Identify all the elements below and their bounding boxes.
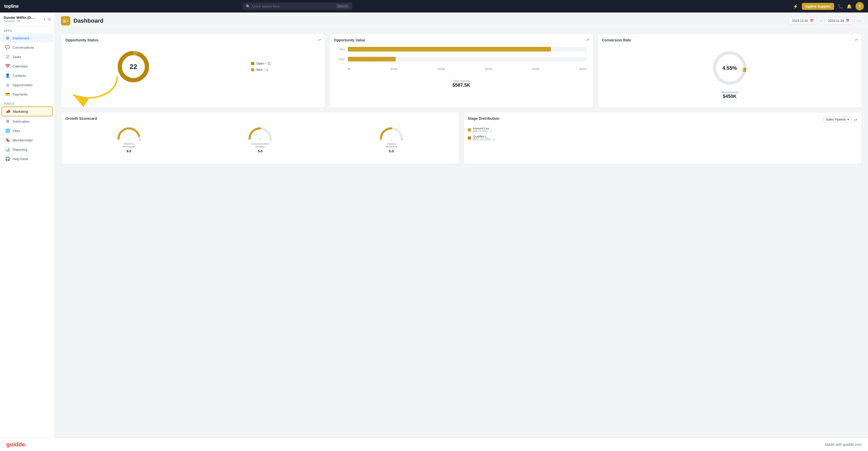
- sidebar-item-label: Calendars: [12, 64, 28, 68]
- stage-legend-text-inbound: Inbound Lea... $5K (4.76%) – 1: [473, 127, 492, 133]
- stage-name-qualified: Qualified t...: [473, 135, 495, 138]
- dashboard-header: ⊞ ▾ Dashboard 2023-12-30 📅 → 2024-01-29 …: [55, 12, 868, 29]
- date-end-picker[interactable]: 2024-01-29 📅: [825, 17, 853, 25]
- card-settings-icon[interactable]: ⇄: [855, 37, 858, 42]
- sidebar-item-helpdesk[interactable]: 🎧 Help Desk: [2, 154, 53, 163]
- more-options-icon[interactable]: ⋯: [857, 18, 862, 24]
- stage-legend-item-inbound: Inbound Lea... $5K (4.76%) – 1: [468, 127, 857, 133]
- grid-icon: ⊞: [63, 19, 66, 24]
- gauge-label-brand: Brand & Messaging: [119, 142, 140, 148]
- gauge-svg-organic: 0 10: [378, 126, 404, 141]
- search-bar[interactable]: 🔍 Ctrl + K: [243, 3, 352, 10]
- opportunity-status-body: 22 Open – 21 Won – 1: [65, 44, 321, 89]
- stage-header: Stage Distribution Sales Pipeline ▾ ⇄: [468, 117, 857, 123]
- bar-fill-won: [348, 47, 551, 52]
- guidde-footer: guidde. Made with guidde.com: [0, 438, 868, 451]
- support-button[interactable]: topline Support: [802, 3, 834, 10]
- conversion-rate-value: 4.55%: [722, 65, 737, 71]
- conversion-body: 4.55% Won revenue $450K: [602, 44, 857, 103]
- sidebar-item-contacts[interactable]: 👤 Contacts: [2, 71, 53, 80]
- apps-section-label: Apps: [0, 26, 55, 33]
- chevron-down-icon: ▾: [847, 118, 849, 121]
- sidebar-item-label: Automation: [12, 120, 30, 123]
- sidebar-item-label: Help Desk: [12, 157, 28, 161]
- workspace-selector[interactable]: Dunder Mifflin (D... Scranton, PA ▾ ⊟: [0, 12, 55, 26]
- payments-icon: 💳: [5, 92, 10, 97]
- workspace-location: Scranton, PA: [4, 20, 34, 23]
- legend-item-won: Won – 1: [251, 68, 271, 72]
- opportunity-value-card: Opportunity Value ⇄ Won Open: [329, 34, 593, 108]
- stage-value-qualified: $60K (14.29%) – 3: [473, 138, 495, 141]
- card-title: Stage Distribution: [468, 117, 499, 121]
- calendars-icon: 📅: [5, 64, 10, 68]
- x-label-0: $0: [348, 68, 351, 71]
- view-toggle-button[interactable]: ⊞ ▾: [61, 16, 70, 26]
- sidebar-item-calendars[interactable]: 📅 Calendars: [2, 62, 53, 71]
- won-revenue-label: Won revenue: [721, 91, 738, 94]
- sidebar-item-sites[interactable]: 🌐 Sites: [2, 126, 53, 135]
- navbar-right: ⚡ topline Support 📞 🔔 T: [793, 2, 864, 10]
- date-start-picker[interactable]: 2023-12-30 📅: [788, 17, 817, 25]
- main-content: ⊞ ▾ Dashboard 2023-12-30 📅 → 2024-01-29 …: [55, 12, 868, 438]
- gauge-value-organic: 5.0: [389, 149, 394, 153]
- bar-track-won: [348, 47, 587, 52]
- sidebar-item-automation[interactable]: ⚙ Automation: [2, 117, 53, 126]
- svg-text:0: 0: [391, 138, 392, 141]
- sites-icon: 🌐: [5, 128, 10, 133]
- svg-text:0: 0: [128, 138, 130, 141]
- sidebar-item-dashboard[interactable]: ⊞ Dashboard: [2, 34, 53, 42]
- stage-distribution-card: Stage Distribution Sales Pipeline ▾ ⇄ In…: [463, 112, 862, 164]
- stage-pipeline-dropdown[interactable]: Sales Pipeline ▾: [823, 117, 852, 123]
- sidebar-item-marketing[interactable]: 📣 Marketing: [2, 106, 53, 117]
- bar-row-won: Won: [336, 47, 587, 52]
- layout-icon[interactable]: ⊟: [48, 17, 51, 22]
- conversion-footer: Won revenue $450K: [721, 91, 738, 99]
- svg-text:0: 0: [259, 138, 261, 141]
- won-revenue-value: $450K: [721, 94, 738, 99]
- card-settings-icon[interactable]: ⇄: [586, 37, 590, 42]
- avatar[interactable]: T: [856, 2, 864, 10]
- sidebar-item-payments[interactable]: 💳 Payments: [2, 90, 53, 99]
- bar-track-open: [348, 57, 587, 61]
- gauge-communication-strategy: 0 10 Communication Strategy 5.0: [247, 126, 273, 153]
- calendar-icon: 📅: [810, 19, 813, 23]
- conversion-rate-card: Conversion Rate ⇄ 4.55% Won revenue $450…: [598, 34, 862, 108]
- growth-scorecard-card: Growth Scorecard 0 10 Brand & Messaging …: [61, 112, 459, 164]
- gauge-value-comm: 5.0: [258, 149, 262, 153]
- search-icon: 🔍: [246, 4, 250, 8]
- dashboard-icon: ⊞: [5, 36, 10, 40]
- bottom-cards-grid: Growth Scorecard 0 10 Brand & Messaging …: [55, 112, 868, 168]
- legend-dot-won: [251, 68, 254, 71]
- gauge-svg-comm: 0 10: [247, 126, 273, 141]
- sidebar-item-conversations[interactable]: 💬 Conversations: [2, 43, 53, 52]
- sidebar-item-label: Payments: [12, 92, 28, 96]
- card-settings-icon[interactable]: ⇄: [318, 37, 321, 42]
- stage-dropdown-label: Sales Pipeline: [826, 118, 846, 121]
- x-label-400k: $400K: [532, 68, 540, 71]
- date-range-arrow: →: [819, 19, 823, 23]
- contacts-icon: 👤: [5, 73, 10, 78]
- app-body: Dunder Mifflin (D... Scranton, PA ▾ ⊟ Ap…: [0, 12, 868, 438]
- search-input[interactable]: [252, 4, 334, 8]
- marketing-icon: 📣: [6, 109, 10, 114]
- sidebar-item-memberships[interactable]: 🔖 Memberships: [2, 136, 53, 144]
- value-footer: Total revenue $587.5K: [334, 77, 589, 88]
- phone-icon[interactable]: 📞: [838, 4, 843, 9]
- lightning-icon[interactable]: ⚡: [793, 4, 798, 9]
- stage-settings-icon[interactable]: ⇄: [854, 117, 857, 122]
- notification-icon[interactable]: 🔔: [847, 4, 852, 9]
- sidebar-item-opportunities[interactable]: ◎ Opportunities: [2, 80, 53, 89]
- conversations-icon: 💬: [5, 45, 10, 50]
- memberships-icon: 🔖: [5, 138, 10, 142]
- legend-dot-open: [251, 62, 254, 65]
- card-title: Growth Scorecard: [65, 117, 455, 121]
- total-revenue-label: Total revenue: [453, 79, 470, 83]
- stage-dot-inbound: [468, 128, 471, 131]
- date-range: 2023-12-30 📅 → 2024-01-29 📅 ⋯: [788, 17, 862, 25]
- growth-body: 0 10 Brand & Messaging 9.0 0 10: [65, 123, 455, 156]
- bar-label-won: Won: [336, 47, 345, 51]
- sidebar-item-tasks[interactable]: ☑ Tasks: [2, 52, 53, 61]
- gauge-label-comm: Communication Strategy: [250, 142, 270, 148]
- sidebar-item-label: Dashboard: [12, 36, 29, 40]
- sidebar-item-reporting[interactable]: 📊 Reporting: [2, 145, 53, 154]
